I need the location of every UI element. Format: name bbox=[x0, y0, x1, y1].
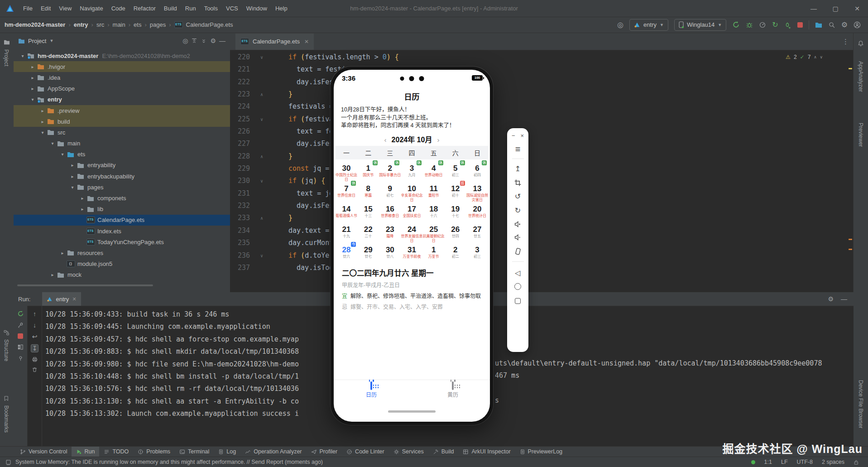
calendar-day-cell[interactable]: 休 2 国际非暴力日 bbox=[379, 160, 401, 182]
tree-chevron-icon[interactable]: ▾ bbox=[39, 130, 46, 135]
project-tool-icon[interactable] bbox=[4, 39, 10, 45]
fold-marker-icon[interactable] bbox=[250, 225, 273, 237]
fold-marker-icon[interactable]: ∧ bbox=[250, 212, 273, 224]
bookmarks-tool-icon[interactable] bbox=[4, 395, 9, 401]
up-stacktrace-icon[interactable]: ↑ bbox=[33, 310, 36, 318]
menu-item[interactable]: View bbox=[55, 5, 76, 12]
tree-item[interactable]: ▸ entryability bbox=[14, 160, 230, 171]
tool-window-tab[interactable]: Problems bbox=[133, 447, 175, 457]
layout-button[interactable] bbox=[17, 344, 24, 350]
tree-chevron-icon[interactable]: ▾ bbox=[59, 152, 66, 157]
calendar-day-cell[interactable]: 休 7 世界住房日 bbox=[336, 181, 357, 202]
tool-window-tab[interactable]: Log bbox=[214, 447, 240, 457]
right-strip-item[interactable]: AppAnalyzer bbox=[858, 61, 864, 92]
stop-button[interactable] bbox=[797, 22, 803, 28]
close-run-tab-icon[interactable]: ✕ bbox=[72, 296, 76, 302]
breadcrumb-item[interactable]: entry bbox=[74, 21, 88, 28]
tree-chevron-icon[interactable]: ▸ bbox=[59, 250, 66, 255]
tool-window-tab[interactable]: Run bbox=[72, 447, 99, 457]
tree-item[interactable]: ▾ ets bbox=[14, 149, 230, 160]
tree-item[interactable]: ▾ main bbox=[14, 138, 230, 149]
code-line[interactable]: 233 ∧ } bbox=[230, 212, 854, 224]
tree-chevron-icon[interactable]: ▾ bbox=[19, 53, 26, 58]
calendar-day-cell[interactable]: 16 世界粮食日 bbox=[379, 201, 401, 221]
fold-marker-icon[interactable] bbox=[250, 138, 273, 150]
calendar-day-cell[interactable]: 15 十三 bbox=[357, 201, 379, 221]
tree-item[interactable]: ETS Index.ets bbox=[14, 226, 230, 236]
nav-recents-icon[interactable] bbox=[515, 298, 521, 306]
status-message[interactable]: System Low Memory: The IDE is running lo… bbox=[15, 459, 323, 465]
tree-item[interactable]: ▾ entry bbox=[14, 94, 230, 105]
code-line[interactable]: 222 day.isFestival = true bbox=[230, 76, 854, 88]
tree-chevron-icon[interactable]: ▸ bbox=[39, 108, 46, 113]
tree-item[interactable]: ▸ build bbox=[14, 116, 230, 127]
tool-window-tab[interactable]: Profiler bbox=[307, 447, 342, 457]
breadcrumb-file[interactable]: CalendarPage.ets bbox=[186, 21, 233, 28]
tree-chevron-icon[interactable]: ▸ bbox=[29, 75, 36, 80]
fold-marker-icon[interactable] bbox=[250, 125, 273, 138]
tool-window-tab[interactable]: Code Linter bbox=[342, 447, 389, 457]
code-line[interactable]: 223 ∧ } bbox=[230, 88, 854, 101]
calendar-day-cell[interactable]: 13 国际减轻自然灾害日 bbox=[466, 181, 488, 202]
calendar-day-cell[interactable]: 23 霜降 bbox=[379, 221, 401, 243]
profiler-button[interactable] bbox=[759, 21, 766, 29]
tree-item[interactable]: ▸ lib bbox=[14, 204, 230, 215]
search-icon[interactable] bbox=[828, 21, 835, 29]
breadcrumb-item[interactable]: hm-demo2024-master bbox=[5, 21, 65, 28]
calendar-day-cell[interactable]: 8 寒露 bbox=[357, 181, 379, 202]
code-line[interactable]: 225 ∨ if (festivals bbox=[230, 113, 854, 125]
console-log[interactable]: 10/28 15:36:09:433: build task in 36 s 2… bbox=[45, 308, 299, 420]
menu-item[interactable]: Run bbox=[181, 5, 200, 12]
fold-marker-icon[interactable] bbox=[250, 237, 273, 249]
project-strip-label[interactable]: Project bbox=[3, 49, 10, 66]
editor-error-stripe[interactable] bbox=[848, 51, 853, 291]
pin-tab-icon[interactable] bbox=[18, 355, 24, 361]
calendar-day-cell[interactable]: 18 十六 bbox=[423, 201, 445, 221]
nav-home-icon[interactable] bbox=[514, 283, 521, 292]
code-area[interactable]: 220 ∨ if (festivals.length > 0) { 221 te… bbox=[230, 50, 854, 292]
next-month-icon[interactable]: › bbox=[432, 136, 444, 144]
device-selector[interactable]: Winglau14▼ bbox=[674, 19, 726, 31]
tab-options-icon[interactable]: ⋮ bbox=[842, 38, 849, 46]
code-line[interactable]: 229 const jq = bbox=[230, 163, 854, 175]
scroll-to-end-icon[interactable]: ↧ bbox=[31, 344, 39, 352]
memory-indicator-icon[interactable] bbox=[5, 459, 11, 465]
menu-item[interactable]: Tools bbox=[200, 5, 222, 12]
fold-marker-icon[interactable] bbox=[250, 262, 273, 274]
line-separator[interactable]: LF bbox=[781, 459, 788, 465]
calendar-day-cell[interactable]: 休 1 国庆节 bbox=[357, 160, 379, 182]
fold-marker-icon[interactable]: ∨ bbox=[250, 51, 273, 63]
calendar-day-cell[interactable]: 9 初七 bbox=[379, 181, 401, 202]
fold-marker-icon[interactable] bbox=[250, 163, 273, 175]
hide-run-panel-icon[interactable]: — bbox=[841, 295, 847, 303]
editor-tab[interactable]: ETS CalendarPage.ets ✕ bbox=[235, 34, 314, 50]
menu-item[interactable]: Help bbox=[271, 5, 292, 12]
menu-item[interactable]: Navigate bbox=[76, 5, 107, 12]
tree-item[interactable]: ▸ componets bbox=[14, 193, 230, 203]
stop-process-button[interactable] bbox=[18, 333, 23, 339]
breadcrumb-item[interactable]: pages bbox=[150, 21, 166, 28]
edit-config-wrench-icon[interactable] bbox=[17, 322, 24, 328]
project-files-icon[interactable] bbox=[815, 22, 822, 28]
menu-item[interactable]: Code bbox=[107, 5, 129, 12]
menu-item[interactable]: Refactor bbox=[129, 5, 160, 12]
fold-marker-icon[interactable]: ∨ bbox=[250, 175, 273, 187]
prev-month-icon[interactable]: ‹ bbox=[379, 136, 392, 144]
tree-item[interactable]: ▸ AppScope bbox=[14, 83, 230, 94]
project-view-dropdown-icon[interactable]: ▼ bbox=[49, 39, 53, 43]
debug-button[interactable] bbox=[746, 21, 753, 29]
emulator-close-icon[interactable]: × bbox=[521, 132, 524, 139]
calendar-day-cell[interactable]: 20 世界统计日 bbox=[466, 201, 488, 221]
locate-file-icon[interactable]: ◎ bbox=[182, 37, 188, 44]
run-settings-gear-icon[interactable]: ⚙ bbox=[828, 295, 834, 303]
calendar-day-cell[interactable]: 22 二十 bbox=[357, 221, 379, 243]
file-encoding[interactable]: UTF-8 bbox=[797, 459, 813, 465]
fold-marker-icon[interactable]: ∧ bbox=[250, 88, 273, 101]
code-line[interactable]: 235 day.curMonth = bbox=[230, 237, 854, 249]
tool-window-tab[interactable]: ArkUI Inspector bbox=[458, 447, 515, 457]
calendar-day-cell[interactable]: 30 廿八 bbox=[379, 242, 401, 262]
tool-window-tab[interactable]: TODO bbox=[99, 447, 133, 457]
breadcrumb-item[interactable]: main bbox=[113, 21, 125, 28]
nav-back-icon[interactable]: ◁ bbox=[515, 269, 520, 277]
code-line[interactable]: 232 day.isFestival = bbox=[230, 200, 854, 212]
